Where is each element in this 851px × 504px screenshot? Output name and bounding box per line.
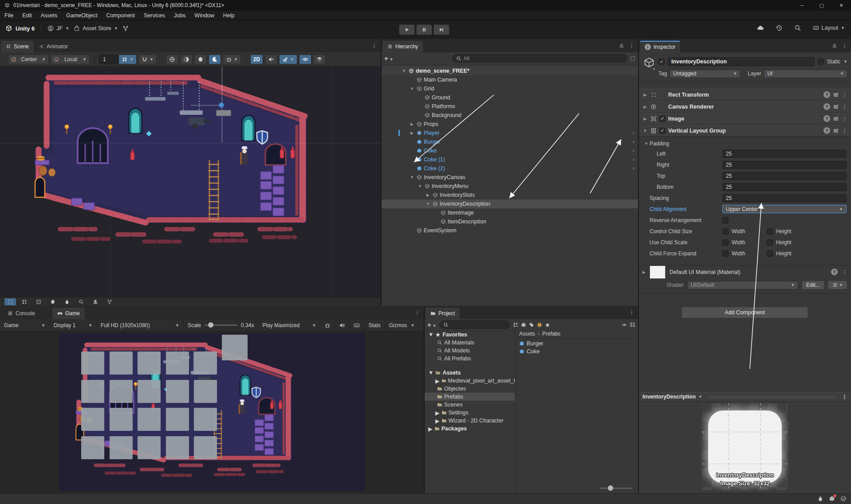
component-kebab[interactable]: ⋮ (842, 115, 847, 122)
padding-right-field[interactable]: 25 (722, 161, 847, 169)
image-enabled-checkbox[interactable]: ✓ (659, 116, 666, 122)
open-prefab-chevron[interactable]: › (633, 156, 634, 163)
tab-console[interactable]: Console (3, 308, 40, 319)
expand-arrow[interactable]: ▶ (435, 378, 440, 384)
tag-dropdown[interactable]: Untagged▼ (670, 70, 741, 78)
thumbnail-size-slider[interactable] (600, 488, 632, 489)
project-folder-packages[interactable]: ▶Packages (425, 425, 515, 433)
help-icon[interactable]: ? (823, 127, 830, 134)
tab-animator[interactable]: Animator (34, 41, 73, 52)
preview-resize-grip[interactable] (709, 396, 835, 398)
gameobject-icon-caret[interactable]: ▼ (652, 67, 656, 71)
child-force-expand-height-checkbox[interactable] (767, 250, 773, 257)
breadcrumb-prefabs[interactable]: Prefabs (542, 331, 560, 337)
component-vertical-layout-group[interactable]: ▼ ✓ Vertical Layout Group ? ⋮ (639, 125, 851, 137)
tab-game[interactable]: Game (52, 308, 85, 319)
active-checkbox[interactable]: ✓ (658, 59, 665, 65)
console-status-icon[interactable] (840, 496, 847, 502)
hierarchy-item-coke-2[interactable]: Coke (2)› (382, 164, 638, 173)
hidden-packages-icon[interactable] (537, 322, 542, 328)
scene-menu-kebab[interactable]: ⋮ (371, 42, 377, 49)
game-menu-kebab[interactable]: ⋮ (414, 309, 420, 316)
component-kebab[interactable]: ⋮ (842, 103, 847, 110)
camera-stack-button[interactable] (313, 55, 326, 64)
visibility-eye-icon[interactable] (622, 322, 627, 328)
scene-audio-toggle[interactable] (265, 55, 277, 64)
gameobject-name-field[interactable]: InventoryDescription (668, 57, 815, 66)
tile-tool-search[interactable] (75, 298, 87, 305)
hierarchy-search-input[interactable]: All (452, 54, 627, 63)
presets-icon[interactable] (833, 104, 839, 110)
help-icon[interactable]: ? (823, 115, 830, 122)
expand-arrow[interactable]: ▼ (417, 184, 423, 188)
hierarchy-item-burger[interactable]: Burger› (382, 137, 638, 146)
component-canvas-renderer[interactable]: ▶ Canvas Renderer ? ⋮ (639, 101, 851, 113)
control-child-size-width-checkbox[interactable] (722, 228, 729, 234)
shading-2-button[interactable] (180, 55, 193, 64)
keyboard-capture-toggle[interactable] (350, 319, 364, 331)
inspector-menu-kebab[interactable]: ⋮ (842, 42, 847, 49)
selected-ui-rect-gizmo[interactable] (216, 110, 231, 116)
asset-burger[interactable]: Burger (516, 340, 638, 348)
material-list-button[interactable]: ▼ (828, 281, 847, 289)
grid-size-field[interactable]: 1 (99, 55, 118, 64)
expand-arrow[interactable]: ▶ (425, 193, 431, 197)
padding-foldout[interactable]: ▼ Padding (639, 139, 851, 148)
account-dropdown[interactable]: JF▼ (47, 25, 69, 31)
scene-viewport[interactable] (0, 66, 381, 297)
move-tool-pivot-gizmo[interactable] (219, 102, 224, 108)
hierarchy-item-grid[interactable]: ▼Grid (382, 84, 638, 93)
project-search-input[interactable] (439, 320, 510, 329)
project-folder-assets[interactable]: ▼Assets (425, 369, 515, 377)
reverse-arrangement-checkbox[interactable] (722, 217, 729, 223)
tile-tool-circlefill[interactable] (47, 298, 59, 305)
lock-icon[interactable] (832, 43, 837, 48)
menu-window[interactable]: Window (190, 11, 218, 20)
material-kebab[interactable]: ⋮ (842, 269, 847, 275)
lock-icon[interactable] (619, 43, 624, 48)
scene-lighting-moon-toggle[interactable] (209, 55, 221, 64)
child-alignment-dropdown[interactable]: Upper Center▼ (722, 205, 847, 213)
search-filter-icon[interactable] (630, 56, 635, 61)
asset-coke[interactable]: Coke (516, 348, 638, 356)
expand-arrow[interactable]: ▶ (409, 122, 415, 126)
project-folder-all-models[interactable]: All Models (425, 347, 515, 355)
layer-dropdown[interactable]: UI▼ (764, 70, 847, 78)
project-folder-wizard-2d-character[interactable]: ▶Wizard - 2D Character (425, 417, 515, 425)
component-rect-transform[interactable]: ▶ Rect Transform ? ⋮ (639, 89, 851, 101)
hierarchy-item-itemdescription[interactable]: ItemDescription (382, 217, 638, 226)
tab-hierarchy[interactable]: Hierarchy (382, 41, 423, 52)
shading-mode-button[interactable] (166, 55, 178, 64)
debug-dropdown[interactable]: ▼ (223, 55, 241, 64)
tab-scene[interactable]: Scene (1, 41, 34, 52)
preview-header[interactable]: InventoryDescription▼ ⋮ (639, 392, 851, 402)
control-child-size-height-checkbox[interactable] (767, 228, 773, 234)
scene-visibility-toggle[interactable] (299, 55, 311, 64)
expand-arrow[interactable]: ▶ (409, 131, 415, 135)
tool-handle-dropdown[interactable]: Center▼ (8, 55, 49, 64)
game-viewport[interactable] (0, 332, 424, 493)
hierarchy-item-player[interactable]: ▶Player› (382, 129, 638, 137)
cloud-icon[interactable] (757, 24, 764, 31)
hierarchy-item-inventorymenu[interactable]: ▼InventoryMenu (382, 182, 638, 191)
project-folder-favorites[interactable]: ▼Favorites (425, 331, 515, 339)
expand-arrow[interactable]: ▶ (435, 410, 440, 416)
hierarchy-item-coke-1[interactable]: Coke (1)› (382, 155, 638, 164)
component-kebab[interactable]: ⋮ (842, 127, 847, 134)
mode-2d-toggle[interactable]: 2D (250, 55, 263, 64)
padding-bottom-field[interactable]: 25 (722, 183, 847, 191)
use-child-scale-width-checkbox[interactable] (722, 239, 729, 246)
tile-tool-branch[interactable] (104, 298, 115, 305)
tab-inspector[interactable]: i Inspector (640, 41, 680, 52)
help-icon[interactable]: ? (831, 269, 838, 275)
open-prefab-chevron[interactable]: › (633, 130, 634, 136)
hierarchy-item-main-camera[interactable]: Main Camera (382, 75, 638, 84)
project-folder-settings[interactable]: ▶Settings (425, 409, 515, 417)
shader-dropdown[interactable]: UI/Default▼ (687, 281, 798, 289)
debug-toggle[interactable] (320, 319, 335, 331)
play-mode-dropdown[interactable]: Play Maximized▼ (258, 319, 320, 331)
package-manager-icon[interactable] (829, 496, 835, 502)
child-force-expand-width-checkbox[interactable] (722, 250, 729, 257)
project-folder-objectes[interactable]: Objectes (425, 385, 515, 393)
pause-button[interactable] (416, 24, 432, 35)
